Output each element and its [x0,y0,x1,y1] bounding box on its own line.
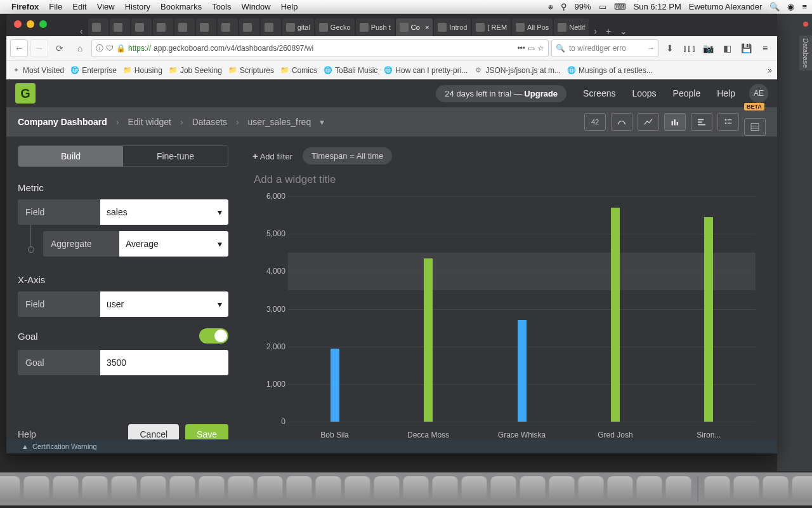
back-button[interactable]: ← [10,39,28,57]
tab-scroll-left[interactable]: ‹ [76,26,87,36]
library-icon[interactable]: ⫿⫿⫿ [681,43,697,53]
browser-tab[interactable]: [ REM [472,18,511,36]
clock[interactable]: Sun 6:12 PM [634,2,681,11]
dock-app-icon[interactable] [433,476,458,502]
dock-app-icon[interactable] [491,476,516,502]
save-icon[interactable]: 💾 [738,43,754,53]
dock-app-icon[interactable] [316,476,341,502]
dock-app-icon[interactable] [53,476,79,502]
menu-app[interactable]: Firefox [11,2,39,11]
bookmark-item[interactable]: 🌐How can I pretty-pri... [384,66,468,75]
bookmark-item[interactable]: ⚙JSON-js/json.js at m... [474,66,561,75]
bc-dataset-name[interactable]: user_sales_freq [248,117,311,127]
viz-gauge[interactable] [611,113,632,131]
menu-tools[interactable]: Tools [212,2,231,11]
bookmark-item[interactable]: 📁Housing [123,66,162,75]
browser-tab[interactable]: Push t [356,18,395,36]
bc-edit-widget[interactable]: Edit widget [128,117,171,127]
dock-app-icon[interactable] [666,476,691,502]
browser-tab[interactable]: All Pos [512,18,553,36]
browser-tab[interactable] [88,18,108,36]
viz-line[interactable] [638,113,659,131]
downloads-icon[interactable]: ⬇ [662,43,678,53]
widget-title-input[interactable]: Add a widget title [254,173,762,186]
xaxis-field-select[interactable]: user▾ [100,291,228,317]
dock-app-icon[interactable] [24,476,49,502]
browser-tab[interactable] [239,18,259,36]
dock-app-icon[interactable] [199,476,225,502]
database-tab[interactable]: Database [799,36,812,70]
bookmark-item[interactable]: 📁Scriptures [228,66,274,75]
sidebar-icon[interactable]: ◧ [719,43,735,53]
goal-toggle[interactable] [199,328,228,344]
dock-app-icon[interactable] [82,476,108,502]
close-tab-icon[interactable]: × [425,23,429,31]
dock-app-icon[interactable] [374,476,400,502]
docker-icon[interactable]: ⎈ [548,2,553,11]
siri-icon[interactable]: ◉ [787,2,794,11]
dock-app-icon[interactable] [112,476,137,502]
viz-number[interactable]: 42 [584,113,606,131]
bookmark-item[interactable]: 📁Comics [280,66,317,75]
dock-app-icon[interactable] [520,476,546,502]
browser-tab[interactable]: Co× [396,18,433,36]
reader-icon[interactable]: ▭ [528,44,535,53]
forward-button[interactable]: → [30,39,48,57]
bc-dashboard[interactable]: Company Dashboard [18,117,107,127]
chevron-down-icon[interactable]: ▾ [320,117,324,127]
menu-file[interactable]: File [49,2,62,11]
browser-tab[interactable]: gital [282,18,314,36]
browser-tab[interactable] [218,18,238,36]
new-tab-button[interactable]: + [602,26,615,36]
screenshot-icon[interactable]: 📷 [700,43,716,53]
bookmark-overflow[interactable]: » [768,66,772,75]
avatar[interactable]: AE [749,84,768,103]
dock-app-icon[interactable] [141,476,166,502]
shield-icon[interactable]: 🛡 [106,44,114,53]
dock-app-icon[interactable] [579,476,604,502]
add-filter-button[interactable]: + Add filter [252,150,292,161]
nav-help[interactable]: Help [717,88,735,98]
dock-app-icon[interactable] [170,476,195,502]
timespan-pill[interactable]: Timespan = All time [303,147,392,164]
metric-field-select[interactable]: sales▾ [100,199,228,225]
dock-app-icon[interactable] [462,476,487,502]
chart-bar[interactable] [704,217,713,422]
browser-tab[interactable]: Introd [434,18,471,36]
browser-tab[interactable] [131,18,152,36]
dock-app-icon[interactable] [403,476,429,502]
tab-build[interactable]: Build [18,146,123,166]
trial-pill[interactable]: 24 days left in trial — Upgrade [436,85,566,102]
bookmark-item[interactable]: ✦Most Visited [11,66,64,75]
nav-loops[interactable]: Loops [632,88,656,98]
dock-app-icon[interactable] [0,476,20,502]
menu-view[interactable]: View [97,2,115,11]
dock-app-icon[interactable] [792,476,813,502]
chart-bar[interactable] [611,208,620,422]
bookmark-item[interactable]: 🌐ToBali Music [324,66,377,75]
url-bar[interactable]: ⓘ 🛡 🔒 https://app.geckoboard.com/v4/dash… [91,39,549,57]
browser-tab[interactable] [153,18,173,36]
browser-tab[interactable]: Netlif [554,18,589,36]
spotlight-icon[interactable]: 🔍 [769,2,780,11]
search-bar[interactable]: 🔍 to wiredtiger erro → [551,39,659,57]
menu-help[interactable]: Help [281,2,298,11]
upgrade-link[interactable]: Upgrade [524,89,558,98]
menu-bookmarks[interactable]: Bookmarks [160,2,202,11]
nav-screens[interactable]: Screens [583,88,615,98]
minimize-window[interactable] [27,20,34,28]
chart-bar[interactable] [518,320,527,422]
dock-app-icon[interactable] [705,476,730,502]
browser-tab[interactable] [110,18,130,36]
viz-table[interactable] [744,118,766,136]
dock-app-icon[interactable] [549,476,575,502]
nav-people[interactable]: People [673,88,701,98]
tab-list-button[interactable]: ⌄ [616,26,631,36]
bookmark-item[interactable]: 🌐Musings of a restles... [567,66,653,75]
zoom-window[interactable] [39,20,47,28]
bookmark-item[interactable]: 🌐Enterprise [70,66,117,75]
star-icon[interactable]: ☆ [537,44,544,53]
browser-tab[interactable]: Gecko [315,18,355,36]
aggregate-select[interactable]: Average▾ [119,231,228,257]
mac-user[interactable]: Ewetumo Alexander [689,2,763,11]
